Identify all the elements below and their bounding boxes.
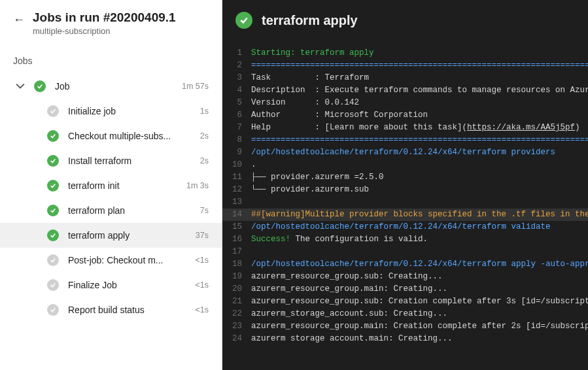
log-text: /opt/hostedtoolcache/terraform/0.12.24/x… — [251, 258, 588, 271]
log-line: 6Author : Microsoft Corporation — [222, 109, 588, 122]
step-name: Install terraform — [68, 156, 195, 166]
log-line: 24azurerm storage account.main: Creating… — [222, 333, 588, 345]
log-text: /opt/hostedtoolcache/terraform/0.12.24/x… — [251, 221, 588, 233]
section-label: Jobs — [0, 44, 222, 71]
log-line: 2=======================================… — [222, 59, 588, 72]
log-text: Help : [Learn more about this task](http… — [251, 122, 588, 134]
line-number: 8 — [222, 134, 251, 146]
status-neutral-icon — [47, 279, 59, 291]
job-row[interactable]: Job 1m 57s — [0, 74, 222, 99]
log-text: ========================================… — [251, 134, 588, 146]
status-success-icon — [47, 155, 59, 167]
line-number: 2 — [222, 59, 251, 72]
log-text: ##[warning]Multiple provider blocks spec… — [251, 209, 588, 221]
line-number: 3 — [222, 72, 251, 84]
status-neutral-icon — [47, 254, 59, 266]
status-success-icon — [47, 130, 59, 142]
log-line: 14##[warning]Multiple provider blocks sp… — [222, 209, 588, 221]
sidebar: ← Jobs in run #20200409.1 multiple-subsc… — [0, 0, 222, 370]
log-line: 7Help : [Learn more about this task](htt… — [222, 122, 588, 134]
log-text: Starting: terraform apply — [251, 47, 588, 59]
log-text: Version : 0.0.142 — [251, 97, 588, 109]
line-number: 9 — [222, 146, 251, 159]
step-duration: 1s — [200, 107, 209, 116]
log-text: /opt/hostedtoolcache/terraform/0.12.24/x… — [251, 146, 588, 159]
log-text — [251, 196, 588, 209]
log-text: azurerm_resource_group.sub: Creating... — [251, 271, 588, 283]
log-line: 13 — [222, 196, 588, 209]
log-text: azurerm_resource_group.sub: Creation com… — [251, 295, 588, 308]
status-neutral-icon — [47, 304, 59, 316]
job-name: Job — [55, 81, 177, 92]
step-row[interactable]: Post-job: Checkout m...<1s — [0, 248, 222, 273]
log-body[interactable]: 1Starting: terraform apply2=============… — [222, 47, 588, 370]
log-line: 11├── provider.azurerm =2.5.0 — [222, 171, 588, 184]
log-text: azurerm storage account.main: Creating..… — [251, 333, 588, 345]
log-line: 3Task : Terraform — [222, 72, 588, 84]
log-line: 5Version : 0.0.142 — [222, 97, 588, 109]
log-panel: terraform apply 1Starting: terraform app… — [222, 0, 588, 370]
log-text — [251, 246, 588, 258]
back-arrow-icon[interactable]: ← — [13, 13, 25, 27]
log-text: azurerm_storage_account.sub: Creating... — [251, 308, 588, 320]
line-number: 4 — [222, 84, 251, 97]
log-line: 4Description : Execute terraform command… — [222, 84, 588, 97]
step-name: Report build status — [68, 305, 190, 315]
log-text: Description : Execute terraform commands… — [251, 84, 588, 97]
step-duration: <1s — [195, 305, 209, 314]
log-line: 15/opt/hostedtoolcache/terraform/0.12.24… — [222, 221, 588, 233]
status-success-icon — [47, 180, 59, 192]
step-list: Initialize job1sCheckout multiple-subs..… — [0, 99, 222, 322]
step-row[interactable]: terraform apply37s — [0, 223, 222, 248]
log-line: 9/opt/hostedtoolcache/terraform/0.12.24/… — [222, 146, 588, 159]
step-name: terraform apply — [68, 230, 190, 241]
line-number: 11 — [222, 171, 251, 184]
log-text: azurerm_resource_group.main: Creating... — [251, 283, 588, 295]
status-neutral-icon — [47, 105, 59, 117]
log-text: Author : Microsoft Corporation — [251, 109, 588, 122]
line-number: 14 — [222, 209, 251, 221]
line-number: 13 — [222, 196, 251, 209]
status-success-icon — [235, 12, 252, 29]
step-row[interactable]: Install terraform2s — [0, 148, 222, 173]
step-row[interactable]: terraform init1m 3s — [0, 173, 222, 198]
step-name: Post-job: Checkout m... — [68, 255, 190, 265]
line-number: 20 — [222, 283, 251, 295]
log-text: Success! The configuration is valid. — [251, 233, 588, 246]
step-row[interactable]: terraform plan7s — [0, 198, 222, 223]
log-line: 17 — [222, 246, 588, 258]
log-text: ========================================… — [251, 59, 588, 72]
log-line: 21azurerm_resource_group.sub: Creation c… — [222, 295, 588, 308]
chevron-down-icon[interactable] — [16, 81, 25, 92]
log-title: terraform apply — [262, 13, 358, 28]
step-name: terraform plan — [68, 205, 195, 216]
step-row[interactable]: Finalize Job<1s — [0, 273, 222, 297]
page-title: Jobs in run #20200409.1 — [33, 10, 176, 25]
line-number: 23 — [222, 320, 251, 333]
step-duration: 1m 3s — [186, 181, 209, 190]
line-number: 6 — [222, 109, 251, 122]
log-line: 16Success! The configuration is valid. — [222, 233, 588, 246]
step-name: Initialize job — [68, 106, 195, 116]
log-line: 23azurerm_resource_group.main: Creation … — [222, 320, 588, 333]
log-line: 19azurerm_resource_group.sub: Creating..… — [222, 271, 588, 283]
line-number: 16 — [222, 233, 251, 246]
step-name: Checkout multiple-subs... — [68, 131, 195, 141]
line-number: 10 — [222, 159, 251, 171]
step-row[interactable]: Report build status<1s — [0, 297, 222, 322]
line-number: 1 — [222, 47, 251, 59]
step-duration: 7s — [200, 206, 209, 215]
status-success-icon — [47, 205, 59, 216]
step-name: terraform init — [68, 180, 181, 191]
log-line: 10. — [222, 159, 588, 171]
page-subtitle: multiple-subscription — [33, 26, 176, 36]
step-row[interactable]: Checkout multiple-subs...2s — [0, 124, 222, 148]
step-duration: <1s — [195, 256, 209, 265]
line-number: 19 — [222, 271, 251, 283]
log-header: terraform apply — [222, 0, 588, 47]
line-number: 15 — [222, 221, 251, 233]
line-number: 22 — [222, 308, 251, 320]
step-duration: 2s — [200, 131, 209, 141]
line-number: 7 — [222, 122, 251, 134]
step-row[interactable]: Initialize job1s — [0, 99, 222, 124]
